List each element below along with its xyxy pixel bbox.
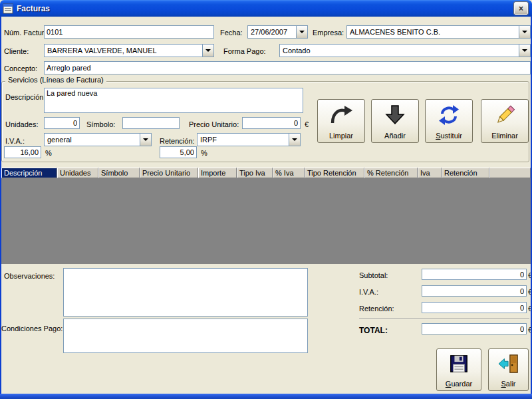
forma-pago-label: Forma Pago: xyxy=(223,47,266,55)
retencion-total-field[interactable] xyxy=(422,302,527,313)
replace-refresh-icon xyxy=(438,104,460,126)
num-factura-input[interactable] xyxy=(44,25,214,39)
column-header[interactable]: % Retención xyxy=(364,168,418,178)
title-bar: Facturas × xyxy=(0,0,532,17)
exit-door-icon xyxy=(497,354,520,374)
column-header[interactable]: Unidades xyxy=(57,168,98,178)
precio-currency: € xyxy=(305,120,309,128)
subtotal-label: Subtotal: xyxy=(359,271,388,279)
subtotal-field[interactable] xyxy=(422,269,527,280)
facturas-window: Facturas × Núm. Factura: Fecha: 27/06/20… xyxy=(0,0,532,399)
app-icon xyxy=(3,3,13,14)
retencion-pct-input[interactable] xyxy=(160,146,197,158)
retencion-pct-symbol: % xyxy=(201,149,207,157)
total-label: TOTAL: xyxy=(359,326,388,335)
iva-total-label: I.V.A.: xyxy=(359,288,378,296)
totals-separator xyxy=(359,318,529,319)
cliente-label: Cliente: xyxy=(4,47,29,55)
forma-pago-value: Contado xyxy=(280,47,519,55)
empresa-dropdown-button[interactable] xyxy=(519,26,530,38)
retencion-value: IRPF xyxy=(198,136,289,144)
empresa-value: ALMACENES BENITO C.B. xyxy=(347,28,519,36)
limpiar-label: Limpiar xyxy=(329,132,353,140)
window-frame-bottom xyxy=(0,394,532,399)
fecha-select[interactable]: 27/06/2007 xyxy=(247,25,308,39)
iva-select[interactable]: general xyxy=(44,133,152,146)
sustituir-button[interactable]: Sustituir xyxy=(425,99,473,143)
servicios-group-title: Servicios (Líneas de Factura) xyxy=(5,76,106,84)
cliente-value: BARRERA VALVERDE, MANUEL xyxy=(45,47,202,55)
sustituir-label: Sustituir xyxy=(436,132,462,140)
descripcion-label: Descripción: xyxy=(5,93,46,101)
empresa-select[interactable]: ALMACENES BENITO C.B. xyxy=(346,25,531,39)
forma-pago-dropdown-button[interactable] xyxy=(519,45,530,57)
iva-label: I.V.A.: xyxy=(5,137,25,145)
clear-curved-arrow-icon xyxy=(329,104,354,126)
unidades-label: Unidades: xyxy=(5,120,39,128)
fecha-label: Fecha: xyxy=(220,29,243,37)
observaciones-textarea[interactable] xyxy=(63,268,308,317)
retencion-select[interactable]: IRPF xyxy=(197,133,301,146)
column-header[interactable]: Precio Unitario xyxy=(140,168,198,178)
retencion-dropdown-button[interactable] xyxy=(289,134,300,146)
iva-pct-input[interactable] xyxy=(4,146,41,158)
forma-pago-select[interactable]: Contado xyxy=(279,44,531,57)
chevron-down-icon xyxy=(299,31,305,33)
total-field[interactable] xyxy=(422,323,527,334)
chevron-down-icon xyxy=(205,49,211,52)
precio-unitario-input[interactable] xyxy=(242,117,301,129)
fecha-value: 27/06/2007 xyxy=(248,28,296,36)
invoice-lines-table-body[interactable] xyxy=(1,178,531,264)
simbolo-input[interactable] xyxy=(122,117,180,129)
empresa-label: Empresa: xyxy=(313,29,344,37)
limpiar-button[interactable]: Limpiar xyxy=(317,99,365,143)
iva-total-field[interactable] xyxy=(422,285,527,297)
close-icon: × xyxy=(519,5,523,13)
condiciones-pago-label: Condiciones Pago: xyxy=(1,325,63,332)
concepto-label: Concepto: xyxy=(4,65,37,72)
table-header-row: DescripciónUnidadesSímboloPrecio Unitari… xyxy=(1,168,531,178)
precio-unitario-label: Precio Unitario: xyxy=(189,120,239,128)
guardar-label: Guardar xyxy=(446,380,472,388)
delete-pencil-icon xyxy=(493,104,516,126)
cliente-select[interactable]: BARRERA VALVERDE, MANUEL xyxy=(44,44,214,57)
eliminar-label: Eliminar xyxy=(491,132,518,140)
salir-button[interactable]: Salir xyxy=(488,348,529,391)
add-down-arrow-icon xyxy=(384,104,406,126)
chevron-down-icon xyxy=(292,138,297,141)
chevron-down-icon xyxy=(522,49,527,52)
fecha-dropdown-button[interactable] xyxy=(296,26,307,38)
anadir-button[interactable]: Añadir xyxy=(371,99,419,143)
retencion-total-label: Retención: xyxy=(359,305,394,313)
condiciones-pago-textarea[interactable] xyxy=(63,319,308,353)
retencion-label: Retención: xyxy=(160,137,195,145)
column-header[interactable]: % Iva xyxy=(273,168,305,178)
close-button[interactable]: × xyxy=(514,2,528,15)
column-header[interactable]: Tipo Iva xyxy=(237,168,273,178)
column-header[interactable]: Iva xyxy=(418,168,442,178)
guardar-button[interactable]: Guardar xyxy=(436,348,481,391)
descripcion-textarea[interactable]: La pared nueva xyxy=(44,88,303,113)
column-header[interactable]: Retención xyxy=(442,168,489,178)
iva-pct-symbol: % xyxy=(45,149,52,157)
chevron-down-icon xyxy=(143,138,148,141)
window-frame-left xyxy=(0,16,1,399)
observaciones-label: Observaciones: xyxy=(4,272,55,280)
salir-label: Salir xyxy=(501,380,515,388)
window-title: Facturas xyxy=(17,4,50,13)
column-header[interactable]: Importe xyxy=(198,168,237,178)
iva-dropdown-button[interactable] xyxy=(140,134,151,146)
save-floppy-icon xyxy=(448,354,469,374)
concepto-input[interactable] xyxy=(44,61,531,74)
unidades-input[interactable] xyxy=(44,117,80,129)
iva-value: general xyxy=(45,136,140,144)
simbolo-label: Símbolo: xyxy=(86,120,115,128)
cliente-dropdown-button[interactable] xyxy=(202,45,213,57)
column-header[interactable]: Símbolo xyxy=(98,168,140,178)
chevron-down-icon xyxy=(522,31,527,33)
eliminar-button[interactable]: Eliminar xyxy=(481,99,529,143)
column-header-filler xyxy=(489,168,531,178)
column-header[interactable]: Descripción xyxy=(1,168,57,178)
anadir-label: Añadir xyxy=(384,132,406,140)
column-header[interactable]: Tipo Retención xyxy=(305,168,364,178)
